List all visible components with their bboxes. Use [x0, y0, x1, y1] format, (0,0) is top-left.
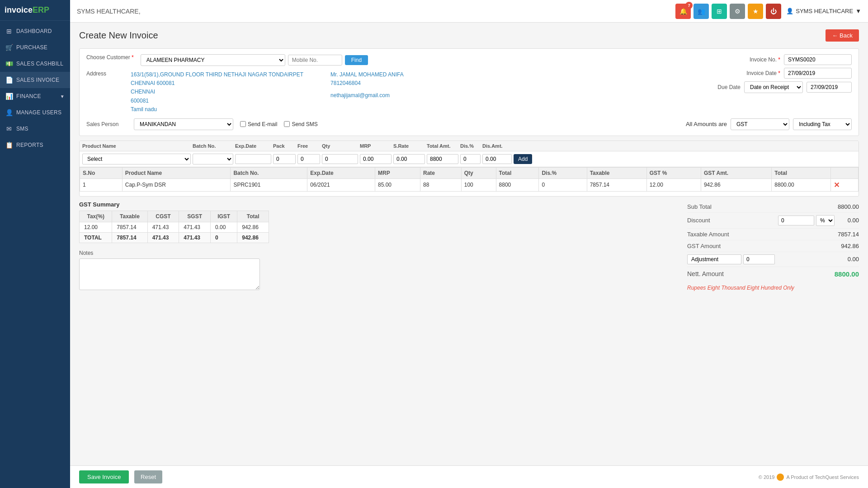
- gst-cell-total: 942.86: [237, 222, 269, 232]
- free-input[interactable]: [297, 154, 320, 164]
- pack-input[interactable]: [273, 154, 296, 164]
- gst-th-tax: Tax(%): [80, 211, 112, 222]
- send-email-label: Send E-mail: [248, 121, 277, 127]
- cell-gst-amt: 942.86: [701, 178, 771, 191]
- send-email-checkbox[interactable]: [240, 121, 246, 127]
- notification-badge: 7: [685, 2, 693, 9]
- sales-person-label: Sales Person: [86, 121, 127, 127]
- free-input-wrap: [297, 154, 320, 164]
- th-row-total: Total: [772, 167, 831, 178]
- customer-select-wrap: ALAMEEN PHARMACY Find: [141, 54, 368, 66]
- sidebar-item-label: FINANCE: [16, 93, 41, 99]
- customer-label: Choose Customer: [86, 54, 134, 61]
- sidebar-item-sms[interactable]: ✉ SMS: [0, 121, 70, 137]
- sidebar-item-manage-users[interactable]: 👤 MANAGE USERS: [0, 104, 70, 121]
- data-table-header-row: S.No Product Name Batch No. Exp.Date MRP…: [80, 167, 859, 178]
- gst-table-header-row: Tax(%) Taxable CGST SGST IGST Total: [80, 211, 269, 222]
- users-nav-button[interactable]: 👥: [693, 4, 709, 19]
- send-sms-checkbox[interactable]: [284, 121, 290, 127]
- save-invoice-button[interactable]: Save Invoice: [79, 470, 129, 483]
- totalamt-input[interactable]: [427, 154, 458, 164]
- company-name: SYMS HEALTHCARE,: [77, 8, 675, 15]
- customer-select[interactable]: ALAMEEN PHARMACY: [141, 54, 285, 66]
- dispct-input[interactable]: [460, 154, 481, 164]
- topnav-icons: 🔔 7 👥 ⊞ ⚙ ★ ⏻ 👤 SYMS HEALTHCARE ▼: [675, 4, 861, 19]
- gst-table-head: Tax(%) Taxable CGST SGST IGST Total: [80, 211, 269, 222]
- sidebar-item-label: MANAGE USERS: [16, 109, 61, 116]
- sidebar-item-label: SALES INVOICE: [16, 77, 59, 83]
- sales-left: Sales Person MANIKANDAN Send E-mail Send…: [86, 118, 318, 130]
- adjustment-label-input[interactable]: [687, 254, 741, 264]
- col-header-srate: S.Rate: [393, 143, 425, 149]
- due-date-type-select[interactable]: Date on Receipt: [744, 81, 803, 93]
- batch-select[interactable]: [193, 154, 233, 164]
- adjustment-value-input[interactable]: [743, 254, 775, 264]
- invoice-no-input[interactable]: [784, 54, 852, 65]
- expdate-input[interactable]: [235, 154, 271, 164]
- sidebar-item-sales-invoice[interactable]: 📄 SALES INVOICE: [0, 72, 70, 88]
- sales-person-select[interactable]: MANIKANDAN: [134, 118, 233, 130]
- gst-cell-igst: 0.00: [211, 222, 237, 232]
- user-dropdown-icon: ▼: [855, 8, 861, 14]
- th-product-name: Product Name: [122, 167, 231, 178]
- users-icon: 👤: [5, 109, 13, 116]
- user-icon: 👤: [786, 8, 793, 14]
- user-menu[interactable]: 👤 SYMS HEALTHCARE ▼: [786, 8, 861, 14]
- disamt-input-wrap: [482, 154, 512, 164]
- cell-taxable: 7857.14: [587, 178, 646, 191]
- send-email-checkbox-label[interactable]: Send E-mail: [240, 121, 277, 127]
- sidebar-item-dashboard[interactable]: ⊞ DASHBOARD: [0, 23, 70, 39]
- discount-input[interactable]: [778, 216, 814, 225]
- settings-nav-button[interactable]: ⚙: [730, 4, 745, 19]
- gst-cell-tax: 12.00: [80, 222, 112, 232]
- notes-textarea[interactable]: [79, 258, 260, 290]
- cashbill-icon: 💵: [5, 60, 13, 67]
- product-select[interactable]: Select: [82, 154, 191, 164]
- sidebar-item-finance[interactable]: 📊 FINANCE ▼: [0, 88, 70, 104]
- power-nav-button[interactable]: ⏻: [766, 4, 781, 19]
- gst-summary-title: GST Summary: [79, 201, 678, 208]
- disamt-input[interactable]: [482, 154, 512, 164]
- mobile-input[interactable]: [288, 55, 342, 66]
- srate-input[interactable]: [393, 154, 425, 164]
- bottom-bar: Save Invoice Reset © 2019 A Product of T…: [70, 465, 868, 488]
- sidebar-item-reports[interactable]: 📋 REPORTS: [0, 137, 70, 153]
- back-button[interactable]: ← Back: [826, 29, 859, 42]
- cell-sno: 1: [80, 178, 123, 191]
- find-button[interactable]: Find: [345, 55, 368, 65]
- discount-type-select[interactable]: % ₹: [816, 215, 835, 226]
- sidebar-item-label: DASHBOARD: [16, 28, 52, 34]
- star-nav-button[interactable]: ★: [748, 4, 763, 19]
- sidebar-item-label: PURCHASE: [16, 44, 47, 51]
- contact-phone: 7812046804: [330, 79, 404, 88]
- col-header-product-name: Product Name: [82, 143, 191, 149]
- discount-label: Discount: [687, 217, 710, 224]
- gst-type-select[interactable]: GST: [731, 118, 789, 130]
- address-line1: 163/1(58/1),GROUND FLOOR THIRD NETHAJI N…: [131, 70, 303, 79]
- tax-inclusion-select[interactable]: Including Tax: [793, 118, 852, 130]
- nett-amount-value: 8800.00: [835, 270, 859, 278]
- due-date-input[interactable]: [807, 82, 852, 93]
- grid-nav-button[interactable]: ⊞: [712, 4, 727, 19]
- reset-button[interactable]: Reset: [134, 470, 162, 483]
- invoice-date-input[interactable]: [784, 68, 852, 79]
- cell-total: 8800: [496, 178, 539, 191]
- dispct-input-wrap: [460, 154, 481, 164]
- sidebar-item-label: SALES CASHBILL: [16, 61, 63, 67]
- address-line3: CHENNAI: [131, 88, 303, 96]
- mrp-input[interactable]: [360, 154, 392, 164]
- discount-value: 0.00: [836, 217, 859, 224]
- send-sms-checkbox-label[interactable]: Send SMS: [284, 121, 317, 127]
- sidebar-item-sales-cashbill[interactable]: 💵 SALES CASHBILL: [0, 56, 70, 72]
- sidebar-item-purchase[interactable]: 🛒 PURCHASE: [0, 39, 70, 56]
- delete-row-button[interactable]: ✕: [834, 181, 840, 189]
- cell-gst-pct: 12.00: [646, 178, 701, 191]
- contact-block: Mr. JAMAL MOHAMED ANIFA 7812046804 netha…: [330, 70, 404, 114]
- app-logo: invoiceERP: [0, 0, 70, 21]
- add-product-button[interactable]: Add: [514, 154, 532, 164]
- nett-amount-row: Nett. Amount 8800.00: [687, 267, 859, 281]
- notifications-button[interactable]: 🔔 7: [675, 4, 691, 19]
- qty-input[interactable]: [322, 154, 358, 164]
- address-line2: CHENNAI 600081: [131, 79, 303, 88]
- gst-foot-total: 942.86: [237, 232, 269, 243]
